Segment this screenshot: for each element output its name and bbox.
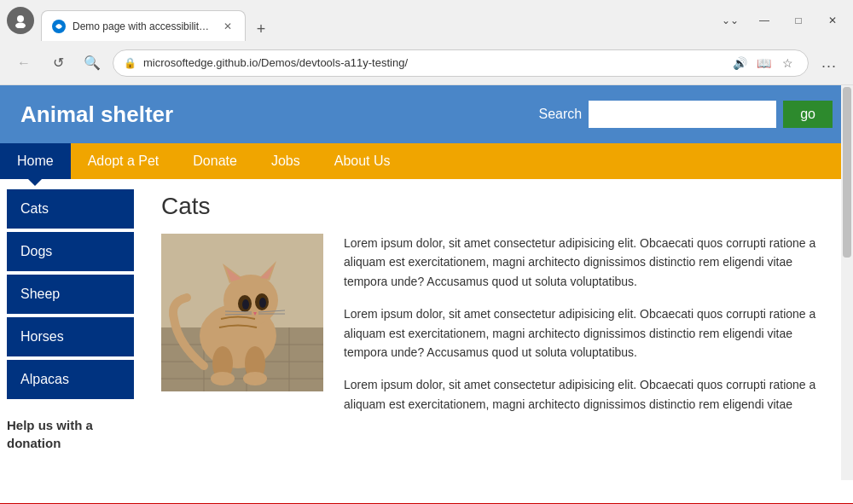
- content-area: Cats: [141, 179, 853, 503]
- sidebar: Cats Dogs Sheep Horses Alpacas Help us w…: [0, 179, 141, 503]
- content-title: Cats: [161, 193, 833, 220]
- read-aloud-icon[interactable]: 🔊: [729, 53, 750, 73]
- svg-point-20: [259, 298, 266, 308]
- active-tab[interactable]: Demo page with accessibility iss ✕: [41, 10, 246, 41]
- sidebar-item-cats[interactable]: Cats: [7, 189, 134, 229]
- svg-point-28: [211, 372, 235, 385]
- address-text: microsoftedge.github.io/Demos/devtools-a…: [143, 56, 722, 69]
- search-button[interactable]: 🔍: [78, 49, 106, 77]
- immersive-reader-icon[interactable]: 📖: [753, 53, 774, 73]
- close-button[interactable]: ✕: [819, 10, 846, 31]
- search-label: Search: [539, 107, 583, 122]
- sidebar-item-sheep[interactable]: Sheep: [7, 275, 134, 314]
- svg-point-29: [243, 372, 267, 385]
- search-input[interactable]: [589, 101, 776, 128]
- main-area: Cats Dogs Sheep Horses Alpacas Help us w…: [0, 179, 853, 503]
- svg-point-19: [242, 299, 249, 310]
- window-controls: ⌄⌄ — □ ✕: [717, 10, 846, 31]
- svg-point-0: [17, 15, 24, 22]
- page-content: Animal shelter Search go Home Adopt a Pe…: [0, 85, 853, 504]
- new-tab-button[interactable]: +: [249, 17, 273, 41]
- maximize-button[interactable]: □: [785, 10, 812, 31]
- site-header: Animal shelter Search go: [0, 85, 853, 143]
- paragraph-3: Lorem ipsum dolor, sit amet consectetur …: [344, 375, 833, 414]
- more-options-button[interactable]: ...: [815, 49, 843, 77]
- lock-icon: 🔒: [124, 57, 136, 69]
- sidebar-item-alpacas[interactable]: Alpacas: [7, 360, 134, 399]
- paragraph-1: Lorem ipsum dolor, sit amet consectetur …: [344, 234, 833, 291]
- reload-button[interactable]: ↺: [44, 49, 72, 77]
- tab-favicon: [52, 20, 66, 33]
- site-nav: Home Adopt a Pet Donate Jobs About Us: [0, 143, 853, 179]
- browser-frame: Demo page with accessibility iss ✕ + ⌄⌄ …: [0, 0, 853, 504]
- nav-item-about[interactable]: About Us: [317, 143, 408, 179]
- text-content: Lorem ipsum dolor, sit amet consectetur …: [344, 234, 833, 427]
- nav-item-donate[interactable]: Donate: [176, 143, 254, 179]
- paragraph-2: Lorem ipsum dolor, sit amet consectetur …: [344, 304, 833, 362]
- nav-item-home[interactable]: Home: [0, 143, 71, 179]
- search-area: Search go: [539, 101, 833, 128]
- content-body: Lorem ipsum dolor, sit amet consectetur …: [161, 234, 833, 427]
- scrollbar[interactable]: [841, 85, 853, 480]
- cat-image: [161, 234, 323, 391]
- minimize-button[interactable]: —: [751, 10, 778, 31]
- sidebar-item-horses[interactable]: Horses: [7, 317, 134, 356]
- tab-bar: Demo page with accessibility iss ✕ +: [41, 0, 710, 41]
- nav-item-jobs[interactable]: Jobs: [254, 143, 317, 179]
- add-to-favorites-icon[interactable]: ☆: [777, 53, 798, 73]
- site-title: Animal shelter: [20, 101, 173, 128]
- nav-item-adopt[interactable]: Adopt a Pet: [71, 143, 177, 179]
- sidebar-help-text: Help us with a donation: [0, 403, 141, 466]
- scrollbar-thumb[interactable]: [843, 87, 851, 258]
- profile-icon[interactable]: [7, 7, 34, 34]
- tab-close-button[interactable]: ✕: [221, 20, 235, 33]
- title-bar: Demo page with accessibility iss ✕ + ⌄⌄ …: [0, 0, 853, 41]
- address-bar: ← ↺ 🔍 🔒 microsoftedge.github.io/Demos/de…: [0, 41, 853, 85]
- tab-title: Demo page with accessibility iss: [73, 20, 214, 32]
- address-icons: 🔊 📖 ☆: [729, 53, 798, 73]
- go-button[interactable]: go: [783, 101, 833, 128]
- address-field[interactable]: 🔒 microsoftedge.github.io/Demos/devtools…: [113, 49, 809, 77]
- collapse-icon[interactable]: ⌄⌄: [717, 10, 744, 31]
- svg-point-1: [15, 23, 26, 29]
- back-button[interactable]: ←: [10, 49, 38, 77]
- sidebar-item-dogs[interactable]: Dogs: [7, 232, 134, 271]
